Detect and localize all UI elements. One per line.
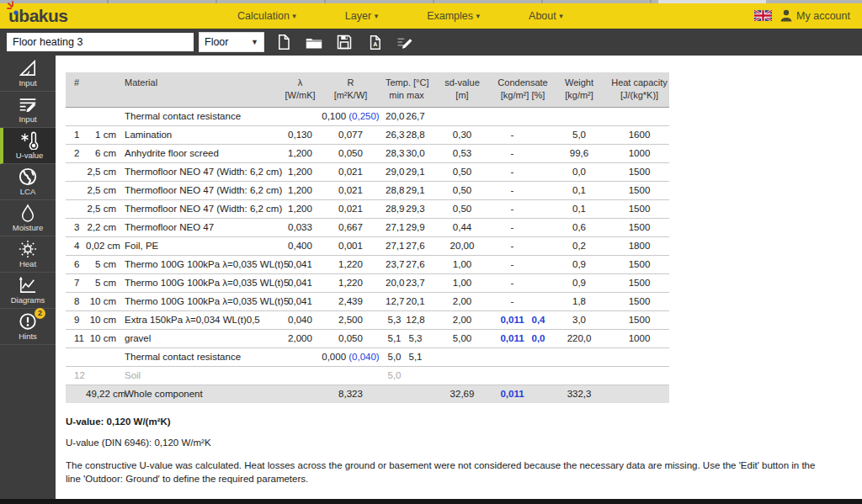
table-row: 810 cmThermo 100G 100kPa λ=0,035 WL(t)50… [66, 292, 669, 310]
cell-sd-value: 1,00 [428, 255, 497, 273]
sidebar-item-moisture[interactable]: Moisture [0, 200, 56, 236]
sidebar-item-label: Diagrams [11, 295, 45, 305]
table-row: 910 cmExtra 150kPa λ=0,034 WL(t)0,50,040… [66, 310, 669, 329]
nav-layer[interactable]: Layer ▾ [345, 10, 378, 22]
condensate-value-link[interactable]: 0,011 [500, 315, 524, 325]
col-lambda: λ[W/mK] [285, 72, 316, 107]
component-type-select[interactable]: Floor ▼ [199, 32, 264, 52]
chevron-down-icon: ▾ [476, 12, 481, 20]
cell-condensate-kg: - [497, 255, 528, 273]
cell-temp-max: 5,1 [403, 347, 428, 366]
cell-num: 11 [66, 329, 86, 347]
cell-condensate-kg: 0,011 [497, 310, 528, 329]
cell-condensate-pct [528, 236, 549, 255]
modified-value-link[interactable]: (0,250) [346, 111, 380, 121]
sidebar-item-input-geometry[interactable]: Input [0, 56, 56, 92]
cell-sd-value: 0,44 [428, 218, 497, 236]
save-button[interactable] [335, 33, 354, 51]
sidebar-item-label: Input [19, 78, 36, 88]
cell-condensate-pct [528, 199, 549, 218]
new-file-icon [276, 34, 291, 50]
sidebar-item-u-value[interactable]: U-value [0, 128, 56, 164]
cell-num: 8 [66, 292, 86, 310]
cell-weight: 3,0 [549, 310, 609, 329]
cell-temp-max: 29,1 [403, 162, 428, 181]
modified-value-link[interactable]: (0,040) [346, 352, 380, 362]
cell-r-value: 0,000 (0,040) [316, 347, 386, 366]
cell-material: Thermo 100G 100kPa λ=0,035 WL(t)5 [122, 273, 285, 292]
cell-material: Thermo 100G 100kPa λ=0,035 WL(t)5 [122, 292, 285, 310]
nav-examples[interactable]: Examples ▾ [427, 10, 480, 22]
condensate-value-link[interactable]: 0,011 [500, 333, 524, 343]
cell-thickness: 2,2 cm [86, 218, 122, 236]
cell-temp-max: 29,1 [403, 181, 428, 199]
condensate-value-link[interactable]: 0,0 [532, 333, 545, 343]
edit-button[interactable] [396, 33, 414, 51]
cell-temp-max: 27,6 [403, 255, 428, 273]
cell-temp-max: 29,3 [403, 199, 428, 218]
ubakus-logo[interactable]: ubakus [8, 7, 177, 24]
cell-condensate-kg: 0,011 [497, 385, 528, 403]
chevron-down-icon: ▾ [375, 12, 379, 20]
cell-temp-min: 28,8 [386, 181, 403, 199]
cell-condensate-kg: - [497, 125, 528, 144]
nav-about[interactable]: About ▾ [529, 10, 563, 22]
sidebar-item-diagrams[interactable]: Diagrams [0, 273, 56, 309]
cell-sd-value: 20,00 [428, 236, 497, 255]
cell-lambda: 0,040 [285, 310, 316, 329]
cell-condensate-pct [528, 255, 549, 273]
set-square-icon [19, 60, 37, 77]
cell-temp-max: 29,9 [403, 218, 428, 236]
cell-temp-max: 27,6 [403, 236, 428, 255]
sidebar: Input Input U-value [0, 56, 56, 499]
cell-lambda: 0,041 [285, 292, 316, 310]
cell-temp-max [403, 385, 428, 403]
cell-condensate-pct [528, 366, 549, 385]
cell-weight: 0,2 [549, 236, 609, 255]
sidebar-item-hints[interactable]: 2 Hints [0, 309, 56, 345]
sidebar-item-input-layers[interactable]: Input [0, 92, 56, 128]
u-value-result: U-value: 0,120 W/(m²K) [66, 416, 862, 427]
select-arrow-icon: ▼ [251, 38, 258, 46]
my-account-button[interactable]: My account [780, 9, 850, 22]
cell-thickness: 2,5 cm [86, 199, 122, 218]
layer-table: # Material λ[W/mK] R[m²K/W] Temp. [°C]mi… [66, 72, 669, 403]
table-row: Thermal contact resistance0,000 (0,040)5… [66, 347, 669, 366]
table-row: 2,5 cmThermofloor NEO 47 (Width: 6,2 cm)… [66, 199, 669, 218]
project-name-input[interactable] [7, 33, 194, 51]
cell-condensate-pct [528, 218, 549, 236]
nav-calculation[interactable]: Calculation ▾ [237, 10, 296, 22]
open-project-button[interactable] [305, 33, 323, 51]
cell-thickness [86, 107, 122, 125]
pdf-file-icon: A [368, 34, 382, 50]
cell-condensate-pct [528, 125, 549, 144]
cell-condensate-kg: - [497, 162, 528, 181]
condensate-value-link[interactable]: 0,4 [532, 315, 545, 325]
cell-thickness: 5 cm [86, 255, 122, 273]
condensate-value-link[interactable]: 0,011 [500, 389, 524, 399]
pdf-export-button[interactable]: A [365, 33, 384, 51]
cell-material: gravel [122, 329, 285, 347]
cell-temp-max: 20,1 [403, 292, 428, 310]
cell-thickness: 2,5 cm [86, 162, 122, 181]
cell-temp-min: 5,3 [386, 310, 403, 329]
cell-lambda: 0,041 [285, 273, 316, 292]
cell-r-value: 0,050 [316, 144, 386, 162]
cell-material: Thermo 100G 100kPa λ=0,035 WL(t)5 [122, 255, 285, 273]
cell-condensate-kg [497, 347, 528, 366]
cell-weight [549, 107, 609, 125]
sidebar-item-lca[interactable]: LCA [0, 164, 56, 200]
table-row: 11 cmLamination0,1300,07726,328,80,30-5,… [66, 125, 669, 144]
sidebar-item-heat[interactable]: Heat [0, 236, 56, 273]
sidebar-item-label: LCA [20, 187, 35, 196]
cell-condensate-kg: - [497, 181, 528, 199]
col-weight: Weight[kg/m²] [549, 72, 609, 107]
u-value-din-result: U-value (DIN 6946): 0,120 W/m²K [66, 438, 862, 448]
uk-flag-icon[interactable] [754, 10, 772, 21]
user-icon [780, 9, 792, 22]
table-row: 40,02 cmFoil, PE0,4000,00127,127,620,00-… [66, 236, 669, 255]
cell-temp-max: 12,8 [403, 310, 428, 329]
new-file-button[interactable] [274, 33, 293, 51]
cell-material: Thermofloor NEO 47 [122, 218, 285, 236]
cell-temp-min: 28,9 [386, 199, 403, 218]
